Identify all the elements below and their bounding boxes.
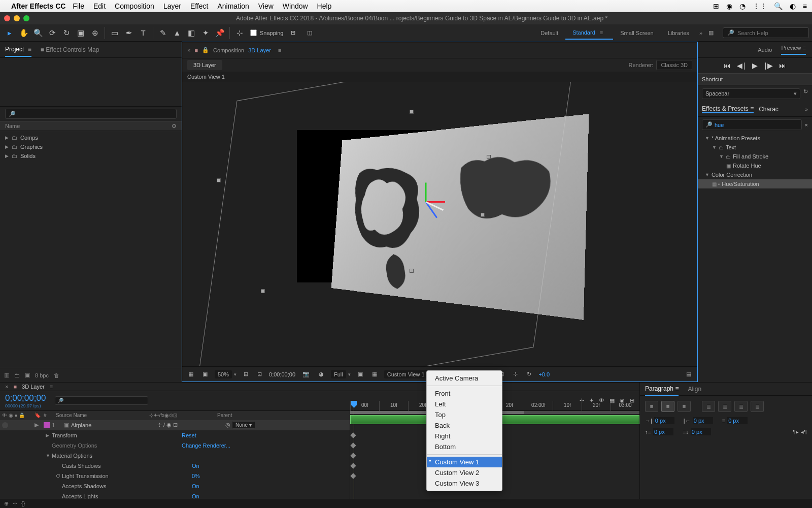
timeline-tab[interactable]: 3D Layer bbox=[22, 384, 45, 390]
cc-icon[interactable]: ◔ bbox=[739, 2, 746, 10]
close-icon[interactable] bbox=[4, 15, 10, 21]
renderer-select[interactable]: Classic 3D bbox=[656, 60, 692, 70]
composition-viewport[interactable] bbox=[182, 82, 697, 366]
notifications-icon[interactable]: ≡ bbox=[803, 2, 807, 10]
menu-view[interactable]: View bbox=[258, 2, 274, 10]
prop-accepts-shadows[interactable]: Accepts ShadowsOn bbox=[0, 481, 350, 491]
anchor-tool-icon[interactable]: ⊕ bbox=[88, 26, 101, 40]
tab-project[interactable]: Project ≡ bbox=[5, 43, 31, 57]
local-axis-icon[interactable]: ⊹ bbox=[233, 26, 246, 40]
tree-row[interactable]: ▼Color Correction bbox=[698, 170, 812, 179]
label-color[interactable] bbox=[44, 422, 50, 428]
tab-audio[interactable]: Audio bbox=[758, 47, 772, 53]
transparency-icon[interactable]: ▦ bbox=[370, 370, 379, 378]
col-name[interactable]: Name bbox=[5, 123, 20, 129]
tray-icon[interactable]: ◉ bbox=[726, 2, 732, 10]
spotlight-icon[interactable]: 🔍 bbox=[774, 2, 783, 10]
clear-search-icon[interactable]: × bbox=[805, 122, 808, 128]
timeline-close-icon[interactable]: × bbox=[5, 384, 8, 390]
menu-file[interactable]: File bbox=[73, 2, 84, 10]
next-frame-icon[interactable]: ∣▶ bbox=[764, 61, 773, 70]
zoom-tool-icon[interactable]: 🔍 bbox=[31, 26, 45, 40]
view-left[interactable]: Left bbox=[427, 399, 502, 409]
comp-name[interactable]: 3D Layer bbox=[248, 47, 271, 53]
minimize-icon[interactable] bbox=[14, 15, 20, 21]
timeline-menu-icon[interactable]: ≡ bbox=[50, 384, 53, 390]
tree-row[interactable]: ▼🗀Text bbox=[698, 143, 812, 152]
menu-composition[interactable]: Composition bbox=[115, 2, 154, 10]
view-active-camera[interactable]: Active Camera bbox=[427, 373, 502, 384]
channel-icon[interactable]: ◕ bbox=[317, 370, 326, 378]
prop-casts-shadows[interactable]: Casts ShadowsOn bbox=[0, 461, 350, 471]
tab-effect-controls[interactable]: ■ Effect Controls Map bbox=[41, 43, 99, 56]
space-before-input[interactable] bbox=[653, 428, 673, 435]
comp-panel-menu-icon[interactable]: ▤ bbox=[684, 370, 693, 378]
flowchart-icon[interactable]: ⊹ bbox=[511, 370, 520, 378]
keyframe-icon[interactable] bbox=[350, 432, 356, 438]
ltr-icon[interactable]: ◂¶ bbox=[801, 429, 807, 435]
type-tool-icon[interactable]: T bbox=[137, 26, 150, 40]
space-after-input[interactable] bbox=[691, 428, 711, 435]
snap-opt2-icon[interactable]: ◫ bbox=[303, 26, 316, 40]
grid-icon[interactable]: ⊞ bbox=[242, 370, 250, 378]
pickwhip-icon[interactable]: ◎ bbox=[225, 422, 230, 428]
align-right-icon[interactable]: ≡ bbox=[678, 401, 691, 412]
tab-character[interactable]: Charac bbox=[759, 106, 779, 113]
indent-right-input[interactable] bbox=[693, 417, 713, 424]
first-frame-icon[interactable]: ⏮ bbox=[724, 61, 731, 70]
menu-animation[interactable]: Animation bbox=[217, 2, 249, 10]
status-icon[interactable]: ⊕ bbox=[4, 500, 9, 507]
tree-row[interactable]: ▣Rotate Hue bbox=[698, 161, 812, 170]
justify-all-icon[interactable]: ≣ bbox=[751, 401, 764, 412]
roi-icon[interactable]: ▣ bbox=[356, 370, 365, 378]
view-custom3[interactable]: Custom View 3 bbox=[427, 478, 502, 489]
app-name[interactable]: After Effects CC bbox=[11, 2, 65, 10]
parent-select[interactable]: None ▾ bbox=[232, 421, 255, 429]
pen-tool-icon[interactable]: ✒ bbox=[122, 26, 136, 40]
menu-window[interactable]: Window bbox=[283, 2, 308, 10]
view-right[interactable]: Right bbox=[427, 431, 502, 441]
indent-first-input[interactable] bbox=[727, 417, 748, 424]
zoom-icon[interactable] bbox=[23, 15, 29, 21]
play-icon[interactable]: ▶ bbox=[752, 61, 758, 70]
eye-icon[interactable] bbox=[2, 422, 8, 428]
brush-tool-icon[interactable]: ✎ bbox=[156, 26, 170, 40]
guide-icon[interactable]: ⊡ bbox=[255, 370, 264, 378]
folder-solids[interactable]: ▶🗀Solids bbox=[0, 151, 182, 161]
folder-graphics[interactable]: ▶🗀Graphics bbox=[0, 142, 182, 151]
preview-time[interactable]: 0;00;00;00 bbox=[269, 371, 295, 377]
menu-help[interactable]: Help bbox=[317, 2, 332, 10]
reset-shortcut-icon[interactable]: ↻ bbox=[803, 88, 808, 99]
shape-tool-icon[interactable]: ▭ bbox=[108, 26, 121, 40]
resolution-select[interactable]: Full bbox=[331, 370, 346, 378]
project-search-input[interactable] bbox=[5, 109, 177, 119]
layer-name[interactable]: Airplane bbox=[71, 422, 91, 428]
prop-light-transmission[interactable]: ⏱Light Transmission0% bbox=[0, 471, 350, 481]
rtl-icon[interactable]: ¶▸ bbox=[793, 429, 799, 435]
view-back[interactable]: Back bbox=[427, 420, 502, 431]
selection-tool-icon[interactable]: ▸ bbox=[3, 26, 16, 40]
prop-geometry[interactable]: Geometry OptionsChange Renderer... bbox=[0, 440, 350, 451]
exposure-value[interactable]: +0.0 bbox=[538, 371, 550, 377]
col-type-icon[interactable]: ⚙ bbox=[172, 123, 177, 130]
tree-row[interactable]: ▼🗀Fill and Stroke bbox=[698, 152, 812, 161]
workspace-smallscreen[interactable]: Small Screen bbox=[613, 27, 660, 39]
zoom-select[interactable]: 50% bbox=[215, 370, 232, 378]
delete-icon[interactable]: 🗑 bbox=[54, 372, 59, 378]
menu-effect[interactable]: Effect bbox=[190, 2, 209, 10]
prop-transform[interactable]: ▶TransformReset bbox=[0, 430, 350, 440]
panel-overflow-icon[interactable]: » bbox=[805, 106, 808, 112]
layer-row[interactable]: ▶ 1 ▣Airplane ⊹ / ◉ ⊡ ◎ None ▾ bbox=[0, 420, 350, 430]
workspace-panel-icon[interactable]: ▦ bbox=[705, 27, 717, 38]
menu-edit[interactable]: Edit bbox=[93, 2, 106, 10]
effects-search-input[interactable]: 🔎 hue bbox=[702, 119, 802, 130]
keyframe-icon[interactable] bbox=[350, 442, 356, 448]
mask-icon[interactable]: ▣ bbox=[200, 370, 210, 378]
search-help[interactable]: 🔎 bbox=[723, 27, 809, 38]
rotate-tool-icon[interactable]: ↻ bbox=[60, 26, 73, 40]
new-comp-icon[interactable]: ▣ bbox=[25, 372, 30, 378]
bpc-toggle[interactable]: 8 bpc bbox=[35, 372, 49, 378]
snapshot-icon[interactable]: 📷 bbox=[300, 370, 312, 378]
reset-exposure-icon[interactable]: ↻ bbox=[525, 370, 533, 378]
workspace-overflow-icon[interactable]: » bbox=[696, 28, 705, 38]
